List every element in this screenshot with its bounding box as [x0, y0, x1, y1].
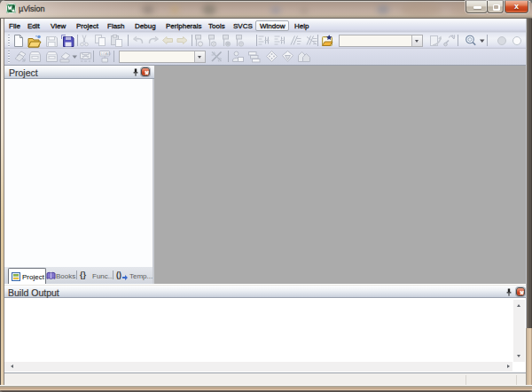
svg-text:LOAD: LOAD	[101, 51, 111, 56]
